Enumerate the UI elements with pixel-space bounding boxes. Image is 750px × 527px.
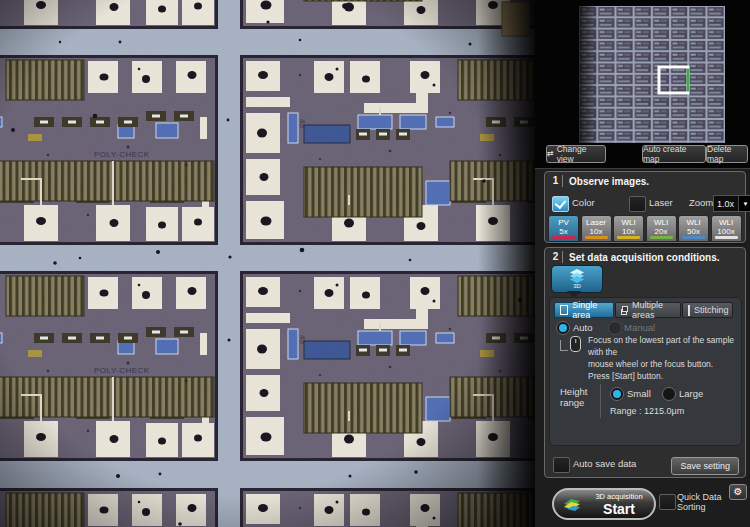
multiple-areas-icon <box>621 306 628 315</box>
single-area-icon <box>560 305 568 315</box>
focus-connector <box>560 340 568 351</box>
zoom-value: 1.0x <box>714 196 738 211</box>
mouse-icon <box>570 336 581 352</box>
height-range-label: Height range <box>560 386 587 408</box>
objective-color-bar <box>682 236 705 239</box>
area-tabs: Single area Multiple areas Stitching <box>554 302 733 318</box>
stage-map[interactable] <box>535 0 745 168</box>
auto-create-map-label: Auto create map <box>643 144 705 164</box>
change-view-button[interactable]: ⇄ Change view <box>546 145 606 163</box>
laser-checkbox[interactable] <box>629 196 646 212</box>
objective-pv-5x[interactable]: PV 5x <box>548 215 579 242</box>
app-window: POLY-CHECK 45 <box>0 0 750 527</box>
change-view-icon: ⇄ <box>547 150 554 158</box>
quick-data-sorting-label: Quick Data Sorting <box>677 492 722 512</box>
save-setting-button[interactable]: Save setting <box>671 457 739 475</box>
focus-instructions: Focus on the lowest part of the sample w… <box>588 334 740 382</box>
start-button[interactable]: 3D acquisition Start <box>552 488 656 520</box>
acquisition-inner-panel: Single area Multiple areas Stitching Aut… <box>549 297 742 446</box>
zoom-label: Zoom <box>689 197 713 208</box>
auto-save-label: Auto save data <box>573 458 636 469</box>
acquisition-header: 2 Set data acquisition conditions. <box>545 248 745 266</box>
height-small-label: Small <box>627 388 651 399</box>
settings-gear-button[interactable]: ⚙ <box>729 484 747 500</box>
quick-data-sorting-checkbox[interactable] <box>659 494 676 510</box>
mode-3d-button[interactable]: 3D <box>551 265 603 293</box>
chevron-down-icon: ▼ <box>738 196 750 211</box>
auto-save-checkbox[interactable] <box>553 457 570 473</box>
acquisition-section: 2 Set data acquisition conditions. 3D Si… <box>544 247 746 478</box>
observe-section: 1 Observe images. Color Laser Zoom 1.0x … <box>544 171 746 243</box>
objective-color-bar <box>552 236 575 239</box>
objective-wli-10x[interactable]: WLI 10x <box>613 215 644 242</box>
objective-color-bar <box>617 236 640 239</box>
manual-label: Manual <box>624 322 655 333</box>
height-range-value: Range : 1215.0μm <box>610 406 684 416</box>
delete-map-label: Delete map <box>707 144 747 164</box>
height-large-radio[interactable] <box>662 387 676 401</box>
height-large-label: Large <box>679 388 703 399</box>
control-panel: ⇄ Change view Auto create map Delete map… <box>535 0 750 527</box>
objective-wli-20x[interactable]: WLI 20x <box>646 215 677 242</box>
surface-3d-icon <box>560 495 584 513</box>
tab-multiple-areas[interactable]: Multiple areas <box>615 302 681 318</box>
color-label: Color <box>572 197 595 208</box>
auto-label: Auto <box>573 322 593 333</box>
specimen-image: POLY-CHECK 45 <box>0 0 535 527</box>
color-checkbox[interactable] <box>552 196 569 212</box>
objective-lens-row: PV 5x Laser 10x WLI 10x WLI 20x <box>548 215 742 245</box>
microscope-view[interactable]: POLY-CHECK 45 <box>0 0 535 527</box>
zoom-dropdown[interactable]: 1.0x ▼ <box>713 195 750 212</box>
manual-radio[interactable] <box>608 321 622 335</box>
height-range-divider <box>600 384 601 418</box>
stitching-icon <box>688 305 690 316</box>
height-small-radio[interactable] <box>610 387 624 401</box>
acquisition-title: Set data acquisition conditions. <box>569 252 720 263</box>
objective-wli-100x[interactable]: WLI 100x <box>711 215 742 242</box>
auto-radio[interactable] <box>556 321 570 335</box>
tab-single-area[interactable]: Single area <box>554 302 614 318</box>
delete-map-button[interactable]: Delete map <box>706 145 748 163</box>
gear-icon: ⚙ <box>734 487 743 497</box>
observe-step-number: 1 <box>549 175 563 187</box>
start-button-label: Start <box>584 502 654 516</box>
auto-create-map-button[interactable]: Auto create map <box>642 145 706 163</box>
objective-color-bar <box>715 236 738 239</box>
layers-3d-icon <box>568 269 586 283</box>
objective-wli-50x[interactable]: WLI 50x <box>678 215 709 242</box>
laser-label: Laser <box>649 197 673 208</box>
navigation-map-zone: ⇄ Change view Auto create map Delete map <box>535 0 750 169</box>
objective-color-bar <box>650 236 673 239</box>
observe-header: 1 Observe images. <box>545 172 745 190</box>
observe-title: Observe images. <box>569 176 649 187</box>
tab-stitching[interactable]: Stitching <box>682 302 733 318</box>
objective-color-bar <box>585 236 608 239</box>
acquisition-step-number: 2 <box>549 251 563 263</box>
objective-laser-10x[interactable]: Laser 10x <box>581 215 612 242</box>
change-view-label: Change view <box>557 144 605 164</box>
